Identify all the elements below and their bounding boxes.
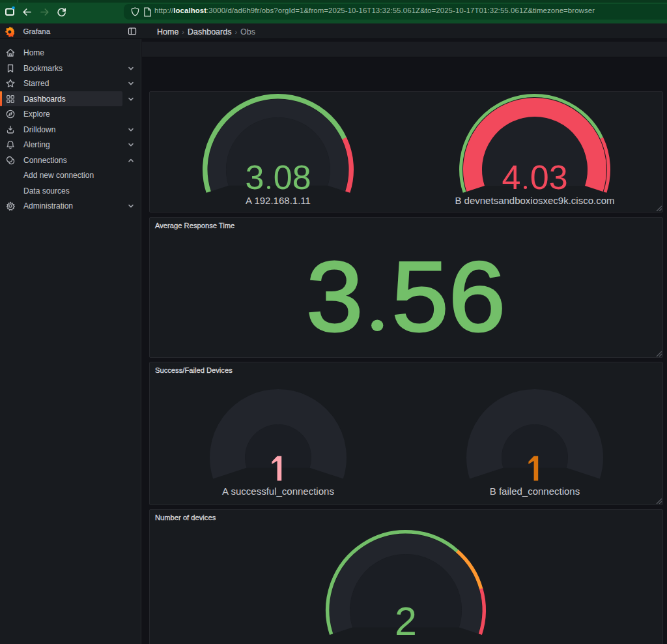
svg-text:56: 56	[391, 241, 505, 352]
svg-text:3: 3	[245, 158, 264, 196]
svg-text:B devnetsandboxiosxec9k.cisco.: B devnetsandboxiosxec9k.cisco.com	[455, 195, 614, 206]
svg-text:4: 4	[502, 158, 520, 196]
svg-text:3: 3	[306, 241, 363, 352]
svg-text:A 192.168.1.11: A 192.168.1.11	[246, 195, 311, 206]
svg-text:2: 2	[395, 599, 417, 643]
svg-text:A successful_connections: A successful_connections	[222, 486, 334, 497]
svg-text:03: 03	[530, 158, 568, 196]
svg-text:B failed_connections: B failed_connections	[490, 486, 580, 497]
svg-text:08: 08	[274, 158, 311, 196]
